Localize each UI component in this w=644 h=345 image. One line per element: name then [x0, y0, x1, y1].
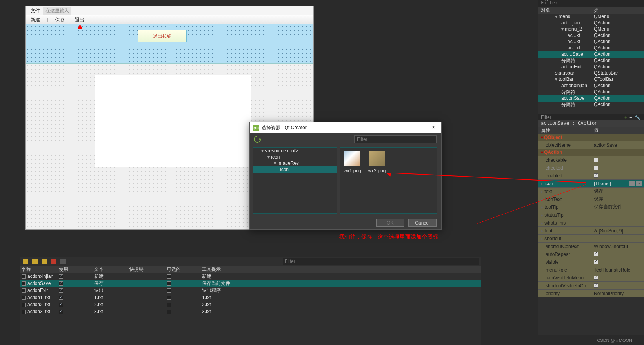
- remove-prop-icon[interactable]: −: [628, 115, 633, 120]
- thumb-wx2[interactable]: wx2.png: [368, 151, 386, 173]
- tool-prop-icon[interactable]: 🔧: [633, 115, 642, 120]
- action-row[interactable]: actionxinjian 新建 新建: [20, 273, 481, 280]
- action-filter-input[interactable]: [283, 258, 479, 265]
- exit-button[interactable]: 退出按钮: [138, 30, 187, 42]
- cancel-button[interactable]: Cancel: [408, 219, 437, 227]
- obj-row[interactable]: menuQMenu: [538, 14, 644, 20]
- thumb-label: wx1.png: [344, 168, 361, 173]
- obj-row[interactable]: ac...xtQAction: [538, 33, 644, 39]
- resource-dialog: QC选择资源 - Qt Creator ✕ <resource root> ic…: [249, 122, 442, 230]
- obj-row[interactable]: ac...xtQAction: [538, 45, 644, 51]
- copy-action-icon[interactable]: [32, 259, 38, 264]
- action-row[interactable]: action3_txt 3.txt 3.txt: [20, 308, 481, 315]
- watermark: CSDN @☆MOON: [597, 338, 632, 343]
- obj-row[interactable]: 分隔符QAction: [538, 102, 644, 108]
- obj-row[interactable]: 分隔符QAction: [538, 58, 644, 64]
- close-icon[interactable]: ✕: [429, 124, 438, 131]
- prop-row[interactable]: priorityNormalPriority: [538, 289, 644, 297]
- obj-row[interactable]: actionxinjianQAction: [538, 83, 644, 89]
- obj-row[interactable]: acti...SaveQAction: [538, 51, 644, 58]
- tree-imageres[interactable]: ImageRes: [253, 160, 337, 166]
- prop-title: actionSave : QAction: [538, 120, 644, 127]
- prop-row[interactable]: icon[Theme]...▾: [538, 179, 644, 187]
- dialog-title-text: 选择资源 - Qt Creator: [262, 125, 307, 130]
- qtcreator-icon: QC: [253, 125, 259, 131]
- menu-type-here[interactable]: 在这里输入: [43, 7, 71, 15]
- obj-row[interactable]: ac...xtQAction: [538, 39, 644, 45]
- prop-group[interactable]: QAction: [538, 149, 644, 156]
- prop-row[interactable]: shortcut: [538, 234, 644, 242]
- text-edit-widget[interactable]: [95, 75, 251, 167]
- obj-row[interactable]: menu_2QMenu: [538, 26, 644, 33]
- obj-header: 对象类: [538, 7, 644, 14]
- prop-row[interactable]: whatsThis: [538, 219, 644, 226]
- obj-row[interactable]: toolBarQToolBar: [538, 77, 644, 83]
- prop-row[interactable]: iconText保存: [538, 195, 644, 203]
- dialog-titlebar[interactable]: QC选择资源 - Qt Creator ✕: [250, 122, 441, 133]
- obj-row[interactable]: 分隔符QAction: [538, 89, 644, 95]
- ok-button[interactable]: OK: [376, 219, 404, 227]
- prop-header: 属性值: [538, 127, 644, 134]
- obj-row[interactable]: actionExitQAction: [538, 64, 644, 70]
- prop-row[interactable]: shortcutVisibleInCo...: [538, 281, 644, 289]
- obj-row[interactable]: acti...jianQAction: [538, 20, 644, 26]
- dialog-filter-input[interactable]: [354, 135, 437, 143]
- prop-row[interactable]: fontA [SimSun, 9]: [538, 226, 644, 234]
- toolbar[interactable]: 新建 | 保存 退出: [26, 15, 313, 24]
- annotation-arrow-save: [80, 26, 80, 49]
- prop-filter[interactable]: Filter +−🔧: [538, 114, 644, 120]
- resource-preview[interactable]: wx1.png wx2.png: [340, 147, 437, 214]
- menu-file[interactable]: 文件: [28, 7, 42, 15]
- action-row[interactable]: action1_txt 1.txt 1.txt: [20, 294, 481, 301]
- prop-row[interactable]: toolTip保存当前文件: [538, 203, 644, 211]
- prop-row[interactable]: menuRoleTextHeuristicRole: [538, 266, 644, 274]
- prop-row[interactable]: checked: [538, 164, 644, 172]
- prop-row[interactable]: iconVisibleInMenu: [538, 274, 644, 281]
- prop-row[interactable]: shortcutContextWindowShortcut: [538, 242, 644, 250]
- new-action-icon[interactable]: [23, 259, 28, 264]
- tree-icon-leaf[interactable]: icon: [253, 166, 337, 173]
- refresh-icon[interactable]: [253, 135, 262, 144]
- prop-row[interactable]: autoRepeat: [538, 250, 644, 258]
- toolbar-save[interactable]: 保存: [55, 16, 65, 23]
- prop-row[interactable]: checkable: [538, 156, 644, 164]
- obj-row[interactable]: actionSaveQAction: [538, 95, 644, 102]
- prop-row[interactable]: visible: [538, 258, 644, 266]
- action-row[interactable]: actionSave 保存 保存当前文件: [20, 280, 481, 287]
- browse-icon[interactable]: ...: [629, 181, 635, 186]
- add-prop-icon[interactable]: +: [623, 115, 628, 120]
- action-table-header: 名称 使用 文本 快捷键 可选的 工具提示: [20, 266, 481, 273]
- paste-action-icon[interactable]: [42, 259, 47, 264]
- action-row[interactable]: action2_txt 2.txt 2.txt: [20, 301, 481, 308]
- thumb-wx1[interactable]: wx1.png: [344, 151, 361, 173]
- menubar[interactable]: 文件 在这里输入: [26, 6, 313, 15]
- object-inspector: Filter 对象类 menuQMenuacti...jianQActionme…: [538, 0, 644, 114]
- dropdown-icon[interactable]: ▾: [636, 181, 642, 186]
- delete-action-icon[interactable]: [51, 259, 56, 264]
- obj-row[interactable]: statusbarQStatusBar: [538, 70, 644, 77]
- tree-icon[interactable]: icon: [253, 154, 337, 160]
- thumb-label: wx2.png: [368, 168, 386, 173]
- prop-row[interactable]: statusTip: [538, 211, 644, 219]
- tree-root[interactable]: <resource root>: [253, 148, 337, 154]
- prop-row[interactable]: objectNameactionSave: [538, 141, 644, 149]
- action-toolbar[interactable]: [20, 257, 481, 266]
- annotation-text: 我们往，保存，这个选项里面添加个图标: [339, 234, 438, 241]
- action-table[interactable]: 名称 使用 文本 快捷键 可选的 工具提示 actionxinjian 新建 新…: [20, 266, 481, 345]
- dock-area: 退出按钮: [26, 24, 313, 64]
- prop-row[interactable]: enabled: [538, 172, 644, 179]
- action-editor: 名称 使用 文本 快捷键 可选的 工具提示 actionxinjian 新建 新…: [20, 257, 481, 345]
- action-row[interactable]: actionExit 退出 退出程序: [20, 287, 481, 294]
- toolbar-new[interactable]: 新建: [31, 16, 40, 23]
- prop-row[interactable]: text保存: [538, 187, 644, 195]
- resource-tree[interactable]: <resource root> icon ImageRes icon: [253, 147, 337, 214]
- property-editor: Filter +−🔧 actionSave : QAction 属性值 QObj…: [538, 114, 644, 335]
- obj-filter-input[interactable]: Filter: [538, 0, 644, 7]
- edit-action-icon[interactable]: [60, 259, 66, 264]
- prop-group[interactable]: QObject: [538, 134, 644, 141]
